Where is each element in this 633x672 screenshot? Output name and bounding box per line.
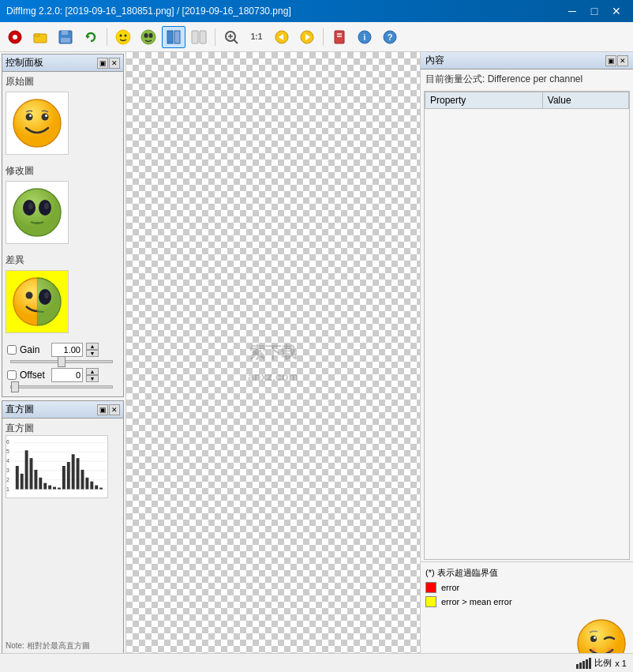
modified-label: 修改圖 (6, 164, 34, 178)
svg-rect-80 (95, 486, 98, 490)
gain-label: Gain (20, 344, 48, 355)
diff-section: 差異 (2, 250, 123, 340)
metric-formula-label: 目前衡量公式: Difference per channel (421, 69, 633, 89)
offset-checkbox[interactable] (7, 370, 17, 380)
histogram-note: Note: 相對於最高直方圖 (2, 639, 123, 653)
scale-bars (576, 658, 591, 669)
svg-rect-14 (167, 31, 173, 43)
properties-table: Property Value (425, 92, 629, 109)
gain-up-button[interactable]: ▲ (86, 343, 99, 350)
window-controls: ─ □ ✕ (562, 3, 627, 19)
svg-rect-17 (200, 31, 206, 43)
next-button[interactable] (295, 26, 319, 48)
svg-rect-72 (58, 488, 61, 490)
folder-button[interactable] (28, 26, 52, 48)
refresh-button[interactable] (79, 26, 103, 48)
gain-slider-thumb[interactable] (58, 356, 66, 367)
bookmark-button[interactable] (328, 26, 351, 48)
svg-point-50 (44, 292, 49, 298)
face2-button[interactable] (137, 26, 160, 48)
main-layout: 控制面板 ▣ ✕ 原始圖 (0, 52, 633, 672)
svg-rect-64 (21, 474, 24, 490)
original-emoji (12, 98, 62, 148)
gain-spinbutton: ▲ ▼ (86, 343, 99, 357)
histogram-float-button[interactable]: ▣ (97, 404, 108, 415)
offset-up-button[interactable]: ▲ (86, 368, 99, 375)
value-column-header: Value (542, 92, 628, 109)
scale-label: 比例 (594, 657, 612, 669)
svg-point-85 (590, 636, 597, 642)
prev-button[interactable] (270, 26, 294, 48)
gain-slider-row (7, 360, 118, 363)
histogram-close-button[interactable]: ✕ (109, 404, 120, 415)
histogram-svg: 6 5 4 3 2 1 (6, 435, 107, 497)
offset-slider-track (10, 385, 113, 389)
view-toggle-button[interactable] (162, 26, 185, 48)
toolbar: 1:1 i ? (0, 22, 633, 52)
panel-close-button[interactable]: ✕ (109, 58, 120, 69)
offset-spinbutton: ▲ ▼ (86, 368, 99, 382)
title-bar: DiffImg 2.2.0: [2019-09-16_180851.png] /… (0, 0, 633, 22)
histogram-title: 直方圖 (6, 422, 34, 434)
save-button[interactable] (54, 26, 77, 48)
properties-table-container: Property Value (424, 91, 630, 560)
svg-text:3: 3 (6, 467, 9, 473)
maximize-button[interactable]: □ (584, 3, 605, 19)
right-panel-header: 內容 ▣ ✕ (421, 52, 633, 69)
minimize-button[interactable]: ─ (562, 3, 582, 19)
scale-indicator: 比例 x 1 (576, 657, 627, 669)
svg-point-10 (125, 34, 127, 36)
svg-text:6: 6 (6, 439, 9, 445)
svg-rect-67 (34, 470, 37, 490)
close-button[interactable]: ✕ (606, 3, 627, 19)
svg-rect-75 (72, 454, 75, 489)
content-close-button[interactable]: ✕ (617, 55, 628, 66)
histogram-canvas: 6 5 4 3 2 1 (6, 435, 108, 498)
watermark: 索下载 anxz.com (248, 340, 298, 385)
gain-input[interactable] (51, 343, 83, 357)
offset-slider-thumb[interactable] (11, 381, 19, 392)
error-color-swatch (425, 582, 436, 593)
svg-point-1 (13, 35, 17, 39)
svg-point-48 (26, 292, 33, 299)
gain-checkbox[interactable] (7, 345, 17, 355)
face1-button[interactable] (111, 26, 135, 48)
content-float-button[interactable]: ▣ (605, 55, 616, 66)
mean-error-color-swatch (425, 596, 436, 607)
faces-button[interactable] (187, 26, 211, 48)
svg-rect-73 (62, 466, 66, 490)
center-image-area[interactable]: 索下载 anxz.com (126, 52, 420, 672)
svg-text:1: 1 (6, 486, 9, 492)
zoom-in-button[interactable] (219, 26, 243, 48)
original-label: 原始圖 (6, 75, 34, 88)
scale-bar-1 (576, 664, 579, 669)
zoom-11-button[interactable]: 1:1 (245, 26, 268, 48)
offset-down-button[interactable]: ▼ (86, 375, 99, 382)
svg-point-86 (594, 636, 596, 639)
error-label: error (441, 583, 459, 592)
offset-row: Offset ▲ ▼ (7, 368, 118, 382)
gain-down-button[interactable]: ▼ (86, 350, 99, 357)
diff-emoji (12, 276, 62, 327)
control-panel-title: 控制面板 (6, 56, 43, 69)
panel-float-button[interactable]: ▣ (97, 58, 108, 69)
scale-bar-2 (579, 663, 582, 669)
svg-rect-68 (39, 478, 42, 490)
offset-input[interactable] (51, 368, 83, 382)
svg-rect-16 (192, 31, 198, 43)
info-button[interactable]: i (353, 26, 376, 48)
svg-point-37 (45, 115, 47, 117)
help-button[interactable]: ? (378, 26, 402, 48)
svg-rect-15 (174, 31, 180, 43)
svg-rect-66 (30, 458, 33, 489)
legend-item-error: error (425, 582, 628, 593)
histogram-panel: 直方圖 ▣ ✕ 直方圖 6 5 4 3 2 1 (2, 400, 124, 670)
control-panel-header: 控制面板 ▣ ✕ (2, 54, 123, 72)
svg-rect-77 (81, 470, 84, 490)
scale-bar-5 (589, 658, 591, 669)
scale-bar-4 (586, 659, 588, 669)
svg-rect-79 (90, 482, 93, 490)
gain-row: Gain ▲ ▼ (7, 343, 118, 357)
offset-slider-row (7, 385, 118, 389)
open-button[interactable] (3, 26, 27, 48)
